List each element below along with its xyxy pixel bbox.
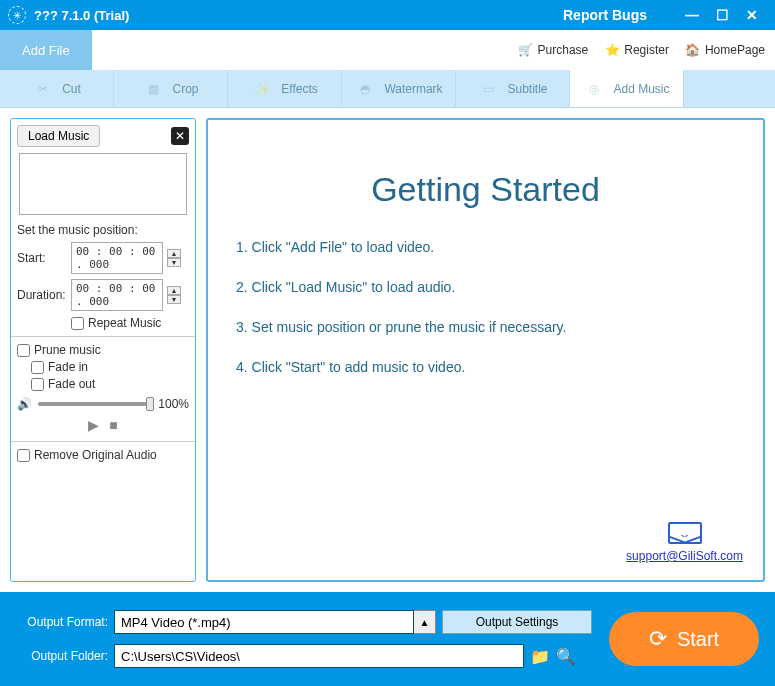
start-time-input[interactable]: 00 : 00 : 00 . 000 — [71, 242, 163, 274]
fade-out-label: Fade out — [48, 377, 95, 391]
fade-in-label: Fade in — [48, 360, 88, 374]
tab-add-music-label: Add Music — [613, 82, 669, 96]
sparkle-icon: ✨ — [251, 78, 273, 100]
report-bugs-link[interactable]: Report Bugs — [563, 7, 647, 23]
stop-button[interactable]: ■ — [109, 417, 117, 433]
tab-subtitle-label: Subtitle — [507, 82, 547, 96]
tab-effects[interactable]: ✨ Effects — [228, 70, 342, 107]
tab-add-music[interactable]: ◎ Add Music — [570, 70, 684, 107]
refresh-icon: ⟳ — [649, 626, 667, 652]
disc-icon: ◎ — [583, 78, 605, 100]
tab-watermark[interactable]: ◓ Watermark — [342, 70, 456, 107]
prune-music-label: Prune music — [34, 343, 101, 357]
tab-watermark-label: Watermark — [384, 82, 442, 96]
play-button[interactable]: ▶ — [88, 417, 99, 433]
homepage-label: HomePage — [705, 43, 765, 57]
step-4: 4. Click "Start" to add music to video. — [236, 359, 735, 375]
volume-slider[interactable] — [38, 402, 152, 406]
step-3: 3. Set music position or prune the music… — [236, 319, 735, 335]
repeat-music-label: Repeat Music — [88, 316, 161, 330]
output-settings-button[interactable]: Output Settings — [442, 610, 592, 634]
open-folder-icon[interactable]: 🔍 — [556, 647, 576, 666]
step-2: 2. Click "Load Music" to load audio. — [236, 279, 735, 295]
cart-icon: 🛒 — [518, 42, 534, 58]
homepage-link[interactable]: 🏠 HomePage — [685, 42, 765, 58]
duration-label: Duration: — [17, 288, 67, 302]
getting-started-title: Getting Started — [236, 170, 735, 209]
window-title: ??? 7.1.0 (Trial) — [34, 8, 129, 23]
volume-value: 100% — [158, 397, 189, 411]
tab-subtitle[interactable]: ▭ Subtitle — [456, 70, 570, 107]
tab-crop-label: Crop — [172, 82, 198, 96]
tab-effects-label: Effects — [281, 82, 317, 96]
tab-crop[interactable]: ▦ Crop — [114, 70, 228, 107]
output-folder-label: Output Folder: — [16, 649, 108, 663]
start-button[interactable]: ⟳ Start — [609, 612, 759, 666]
remove-original-audio-label: Remove Original Audio — [34, 448, 157, 462]
browse-folder-icon[interactable]: 📁 — [530, 647, 550, 666]
duration-time-input[interactable]: 00 : 00 : 00 . 000 — [71, 279, 163, 311]
droplet-icon: ◓ — [354, 78, 376, 100]
home-icon: 🏠 — [685, 42, 701, 58]
maximize-button[interactable]: ☐ — [707, 7, 737, 23]
output-folder-input[interactable] — [114, 644, 524, 668]
clear-music-button[interactable]: ✕ — [171, 127, 189, 145]
app-icon: ✳ — [8, 6, 26, 24]
register-link[interactable]: ⭐ Register — [604, 42, 669, 58]
output-format-dropdown-button[interactable]: ▲ — [414, 610, 436, 634]
load-music-button[interactable]: Load Music — [17, 125, 100, 147]
crop-icon: ▦ — [142, 78, 164, 100]
main-panel: Getting Started 1. Click "Add File" to l… — [206, 118, 765, 582]
step-1: 1. Click "Add File" to load video. — [236, 239, 735, 255]
fade-out-checkbox[interactable] — [31, 378, 44, 391]
repeat-music-checkbox[interactable] — [71, 317, 84, 330]
minimize-button[interactable]: — — [677, 7, 707, 23]
duration-spinner[interactable]: ▲▼ — [167, 286, 181, 304]
music-preview-box — [19, 153, 187, 215]
start-label: Start: — [17, 251, 67, 265]
register-label: Register — [624, 43, 669, 57]
set-position-label: Set the music position: — [17, 223, 189, 237]
envelope-icon — [668, 522, 702, 544]
subtitle-icon: ▭ — [477, 78, 499, 100]
output-format-label: Output Format: — [16, 615, 108, 629]
purchase-label: Purchase — [538, 43, 589, 57]
fade-in-checkbox[interactable] — [31, 361, 44, 374]
scissors-icon: ✂ — [32, 78, 54, 100]
add-file-button[interactable]: Add File — [0, 30, 92, 70]
support-email-link[interactable]: support@GiliSoft.com — [626, 549, 743, 563]
tab-cut-label: Cut — [62, 82, 81, 96]
start-button-label: Start — [677, 628, 719, 651]
purchase-link[interactable]: 🛒 Purchase — [518, 42, 589, 58]
start-spinner[interactable]: ▲▼ — [167, 249, 181, 267]
tab-cut[interactable]: ✂ Cut — [0, 70, 114, 107]
output-format-select[interactable] — [114, 610, 414, 634]
close-button[interactable]: ✕ — [737, 7, 767, 23]
prune-music-checkbox[interactable] — [17, 344, 30, 357]
speaker-icon: 🔊 — [17, 397, 32, 411]
music-side-panel: Load Music ✕ Set the music position: Sta… — [10, 118, 196, 582]
star-icon: ⭐ — [604, 42, 620, 58]
remove-original-audio-checkbox[interactable] — [17, 449, 30, 462]
